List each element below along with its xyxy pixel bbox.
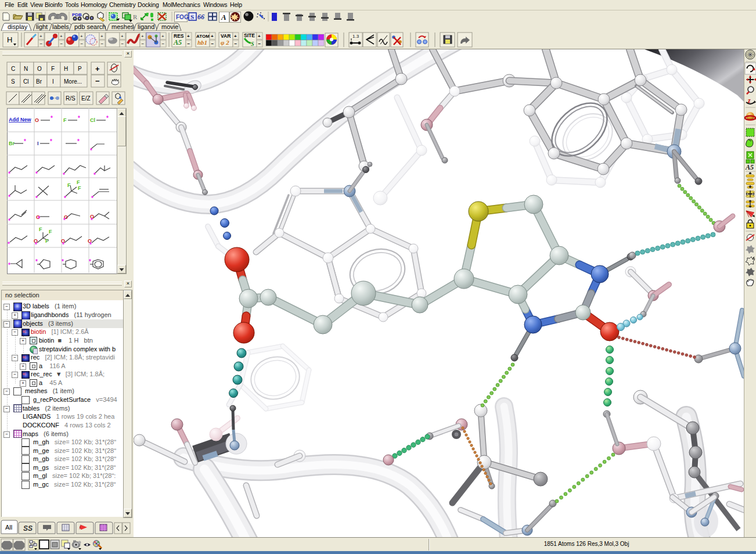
svg-text:*: * [35,195,38,202]
svg-text:*: * [62,258,64,265]
svg-text:All: All [5,524,12,531]
svg-text:*: * [8,194,10,200]
svg-text:S: S [251,41,254,47]
svg-text:F: F [78,185,81,191]
svg-text:*: * [78,115,80,121]
svg-text:*: * [8,218,10,224]
svg-text:F: F [39,226,42,232]
svg-text:I: I [37,141,39,146]
svg-text:VAR: VAR [221,33,231,39]
svg-text:Cl: Cl [90,117,95,123]
svg-text:*: * [8,171,10,177]
svg-text:C: C [11,66,15,72]
svg-text:Br: Br [9,141,15,146]
svg-text:display: display [8,23,28,30]
svg-text:*: * [91,195,93,202]
svg-text:φ 2: φ 2 [221,39,229,46]
svg-text:*: * [38,215,40,222]
svg-text:*: * [51,115,53,121]
svg-text:*: * [24,138,26,145]
svg-text:*: * [35,171,38,177]
svg-text:O: O [35,117,39,123]
svg-text:I: I [52,78,54,85]
svg-text:N: N [24,66,28,72]
svg-text:ATOM: ATOM [196,34,210,39]
svg-text:pdb search: pdb search [74,23,106,30]
svg-text:light: light [36,23,48,30]
svg-text:*: * [63,217,66,224]
svg-text:*: * [50,138,52,145]
svg-text:R: R [133,13,138,20]
svg-text:P: P [78,66,82,72]
svg-text:SS: SS [23,524,33,533]
svg-text:ligand: ligand [138,23,154,30]
svg-text:F: F [49,229,52,235]
svg-text:H: H [64,66,68,72]
svg-text:A5: A5 [745,163,754,171]
svg-text:*: * [93,172,96,178]
svg-text:F: F [63,117,67,123]
svg-text:*: * [62,242,64,248]
svg-text:*: * [8,262,10,268]
svg-text:*: * [77,138,80,145]
svg-text:1.3: 1.3 [352,34,359,39]
svg-text:*: * [63,172,65,178]
svg-text:*: * [89,258,91,265]
svg-text:SITE: SITE [244,33,255,38]
svg-text:66: 66 [197,13,204,21]
svg-text:−: − [95,77,100,85]
svg-text:*: * [106,115,109,121]
svg-text:*: * [89,242,92,248]
svg-text:PDB: PDB [72,12,82,17]
svg-text:*: * [35,258,38,265]
svg-text:S: S [11,78,15,85]
svg-text:F: F [67,182,71,188]
svg-text:R/S: R/S [66,95,75,102]
svg-text:labels: labels [52,23,69,30]
svg-text:A: A [221,13,226,21]
svg-text:A5: A5 [173,38,182,46]
svg-text:O: O [37,66,42,72]
svg-text:*: * [91,217,93,224]
svg-text:S: S [190,13,194,20]
svg-text:*: * [8,241,10,247]
svg-text:movie: movie [161,23,178,30]
svg-text:Cl: Cl [23,78,28,85]
svg-text:*: * [35,242,37,248]
svg-text:F: F [45,238,49,244]
svg-text:H: H [7,35,12,44]
svg-text:meshes: meshes [111,23,134,30]
svg-text:Br: Br [36,78,42,85]
svg-text:*: * [90,148,92,154]
svg-text:F: F [77,179,80,185]
svg-text:More...: More... [64,78,82,85]
svg-text:*: * [64,195,66,202]
svg-text:hb1: hb1 [197,39,207,46]
svg-text:F: F [51,66,55,72]
svg-text:Add New: Add New [9,117,32,123]
svg-text:FOG: FOG [176,14,189,20]
svg-text:E/Z: E/Z [81,95,91,102]
svg-text:+: + [95,64,100,73]
